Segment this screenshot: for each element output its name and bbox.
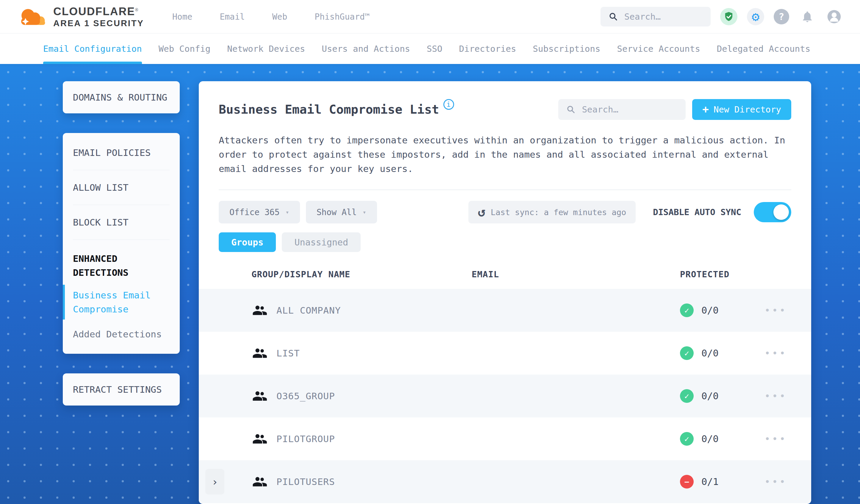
auto-sync-toggle[interactable] bbox=[754, 202, 791, 222]
global-search-input[interactable] bbox=[624, 12, 702, 22]
directory-select[interactable]: Office 365 ▾ bbox=[219, 201, 300, 224]
search-icon bbox=[567, 104, 575, 115]
group-icon bbox=[252, 302, 268, 318]
tab-directories[interactable]: Directories bbox=[459, 34, 516, 64]
page-background: DOMAINS & ROUTING EMAIL POLICIES ALLOW L… bbox=[0, 64, 860, 504]
user-icon bbox=[826, 9, 842, 24]
group-icon bbox=[252, 431, 268, 447]
tab-subscriptions[interactable]: Subscriptions bbox=[533, 34, 601, 64]
show-filter-select[interactable]: Show All ▾ bbox=[306, 201, 377, 224]
row-menu-icon[interactable]: ••• bbox=[754, 390, 811, 402]
column-header-protected: PROTECTED bbox=[680, 269, 754, 279]
divider bbox=[219, 189, 791, 190]
sidebar-item-allow-list[interactable]: ALLOW LIST bbox=[73, 170, 170, 205]
main-panel: Business Email Compromise List i + New D… bbox=[199, 81, 811, 504]
caret-down-icon: ▾ bbox=[362, 208, 366, 216]
protected-count: 0/0 bbox=[701, 390, 719, 402]
notifications-button[interactable] bbox=[799, 8, 816, 25]
row-label: ALL COMPANY bbox=[276, 305, 341, 316]
top-nav: HomeEmailWebPhishGuard™ bbox=[172, 12, 370, 22]
nav-email[interactable]: Email bbox=[220, 12, 245, 22]
page-title: Business Email Compromise List bbox=[219, 102, 439, 117]
new-directory-label: New Directory bbox=[714, 104, 781, 115]
protected-count: 0/0 bbox=[701, 347, 719, 359]
column-header-email: EMAIL bbox=[472, 269, 680, 279]
tab-sso[interactable]: SSO bbox=[427, 34, 442, 64]
brand-line2: AREA 1 SECURITY bbox=[53, 18, 144, 28]
gear-icon: ⚙ bbox=[752, 10, 760, 23]
nav-phishguard[interactable]: PhishGuard™ bbox=[315, 12, 370, 22]
toggle-knob bbox=[773, 204, 789, 220]
bell-icon bbox=[801, 10, 814, 23]
row-menu-icon[interactable]: ••• bbox=[754, 433, 811, 445]
tab-service-accounts[interactable]: Service Accounts bbox=[617, 34, 700, 64]
table-row[interactable]: › PILOTUSERS − 0/1 ••• bbox=[199, 460, 811, 503]
tab-network-devices[interactable]: Network Devices bbox=[227, 34, 305, 64]
row-label: O365_GROUP bbox=[276, 391, 335, 401]
tab-email-configuration[interactable]: Email Configuration bbox=[43, 34, 142, 64]
shield-check-icon bbox=[723, 11, 735, 23]
row-expand-button[interactable]: › bbox=[205, 469, 224, 494]
tab-groups[interactable]: Groups bbox=[219, 232, 276, 252]
auto-sync-label: DISABLE AUTO SYNC bbox=[653, 207, 741, 217]
cloudflare-brand[interactable]: CLOUDFLARE® AREA 1 SECURITY bbox=[17, 5, 144, 28]
column-header-name: GROUP/DISPLAY NAME bbox=[252, 269, 472, 279]
account-button[interactable] bbox=[826, 8, 843, 25]
sidebar-label: RETRACT SETTINGS bbox=[73, 384, 162, 395]
directory-search[interactable] bbox=[558, 99, 686, 120]
group-icon bbox=[252, 345, 268, 361]
global-search[interactable] bbox=[601, 7, 711, 27]
row-menu-icon[interactable]: ••• bbox=[754, 347, 811, 359]
row-menu-icon[interactable]: ••• bbox=[754, 476, 811, 487]
sidebar-item-retract-settings[interactable]: RETRACT SETTINGS bbox=[63, 373, 180, 405]
protected-count: 0/1 bbox=[701, 476, 719, 487]
tab-web-config[interactable]: Web Config bbox=[159, 34, 211, 64]
title-row: Business Email Compromise List i + New D… bbox=[219, 99, 791, 120]
sidebar-item-domains-routing[interactable]: DOMAINS & ROUTING bbox=[63, 81, 180, 113]
question-icon: ? bbox=[778, 11, 784, 22]
nav-home[interactable]: Home bbox=[172, 12, 192, 22]
row-label: PILOTGROUP bbox=[276, 433, 335, 444]
protected-count: 0/0 bbox=[701, 305, 719, 316]
protection-status-button[interactable] bbox=[720, 8, 737, 25]
protected-badge: ✓ bbox=[680, 389, 694, 403]
sidebar-item-block-list[interactable]: BLOCK LIST bbox=[73, 205, 170, 240]
new-directory-button[interactable]: + New Directory bbox=[692, 99, 791, 120]
plus-icon: + bbox=[702, 104, 709, 115]
row-menu-icon[interactable]: ••• bbox=[754, 305, 811, 316]
refresh-icon: ↺ bbox=[478, 206, 485, 218]
caret-down-icon: ▾ bbox=[286, 208, 289, 216]
cloudflare-cloud-icon bbox=[17, 6, 48, 27]
sidebar-policies-card: EMAIL POLICIES ALLOW LIST BLOCK LIST ENH… bbox=[63, 133, 180, 354]
view-tabs: Groups Unassigned bbox=[219, 232, 791, 252]
protected-badge: − bbox=[680, 475, 694, 489]
tab-delegated-accounts[interactable]: Delegated Accounts bbox=[717, 34, 810, 64]
top-header: CLOUDFLARE® AREA 1 SECURITY HomeEmailWeb… bbox=[0, 0, 860, 33]
protected-badge: ✓ bbox=[680, 346, 694, 360]
nav-web[interactable]: Web bbox=[272, 12, 287, 22]
table-row[interactable]: › ALL COMPANY ✓ 0/0 ••• bbox=[199, 289, 811, 332]
table-body: › ALL COMPANY ✓ 0/0 ••• › LIST ✓ 0/0 bbox=[199, 289, 811, 503]
table-row[interactable]: › LIST ✓ 0/0 ••• bbox=[199, 332, 811, 375]
sidebar-item-email-policies[interactable]: EMAIL POLICIES bbox=[73, 135, 170, 170]
sidebar-item-added-detections[interactable]: Added Detections bbox=[73, 319, 170, 344]
sidebar-item-business-email-compromise[interactable]: Business Email Compromise bbox=[63, 285, 170, 319]
expand-chevron-icon: › bbox=[212, 476, 218, 488]
info-icon[interactable]: i bbox=[443, 99, 454, 110]
table-row[interactable]: › O365_GROUP ✓ 0/0 ••• bbox=[199, 375, 811, 417]
settings-button[interactable]: ⚙ bbox=[747, 8, 764, 25]
help-button[interactable]: ? bbox=[774, 9, 789, 24]
last-sync-text: Last sync: a few minutes ago bbox=[491, 208, 626, 217]
protected-count: 0/0 bbox=[701, 433, 719, 445]
page-description: Attackers often try to impersonate execu… bbox=[219, 133, 791, 176]
tab-unassigned[interactable]: Unassigned bbox=[282, 232, 361, 252]
brand-line1: CLOUDFLARE® bbox=[53, 5, 144, 18]
sidebar-item-enhanced-detections[interactable]: ENHANCED DETECTIONS bbox=[73, 240, 170, 285]
last-sync-button[interactable]: ↺ Last sync: a few minutes ago bbox=[468, 201, 636, 224]
table-row[interactable]: › PILOTGROUP ✓ 0/0 ••• bbox=[199, 417, 811, 460]
directory-search-input[interactable] bbox=[582, 104, 677, 115]
sidebar-label: DOMAINS & ROUTING bbox=[73, 92, 167, 103]
table-header: GROUP/DISPLAY NAME EMAIL PROTECTED bbox=[199, 269, 811, 289]
tab-users-and-actions[interactable]: Users and Actions bbox=[322, 34, 410, 64]
directory-select-value: Office 365 bbox=[229, 207, 280, 217]
